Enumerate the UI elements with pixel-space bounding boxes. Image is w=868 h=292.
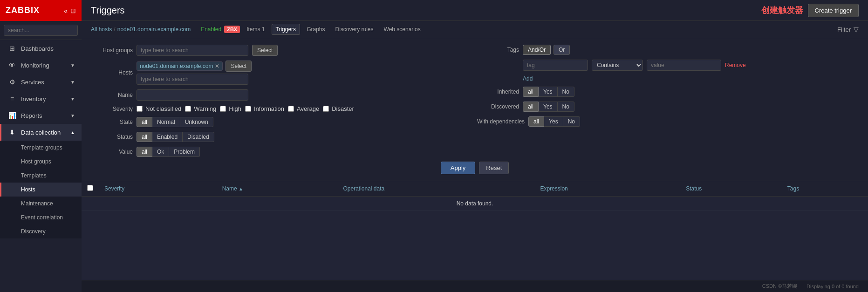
tab-graphs[interactable]: Graphs	[303, 24, 328, 34]
status-all-button[interactable]: all	[137, 132, 152, 142]
footer-bar: CSDN ©马若碗 Displaying 0 of 0 found	[82, 280, 868, 292]
apply-button[interactable]: Apply	[441, 162, 476, 174]
current-host-link[interactable]: node01.domain.example.com	[117, 26, 191, 33]
sidebar-item-template-groups[interactable]: Template groups	[0, 141, 82, 155]
name-input[interactable]	[137, 89, 248, 101]
filter-button[interactable]: Filter ▽	[837, 26, 859, 33]
severity-high-checkbox[interactable]	[220, 106, 226, 112]
sidebar-item-label: Services	[21, 79, 44, 86]
sidebar-item-templates[interactable]: Templates	[0, 169, 82, 183]
tag-remove-link[interactable]: Remove	[725, 62, 746, 68]
no-data-message: No data found.	[82, 197, 868, 211]
tag-input[interactable]	[523, 60, 588, 71]
status-enabled-button[interactable]: Enabled	[152, 132, 183, 142]
operational-data-column-header: Operational data	[338, 181, 535, 197]
create-trigger-button[interactable]: Create trigger	[808, 4, 859, 17]
inherited-all-button[interactable]: all	[523, 87, 539, 97]
host-groups-select-button[interactable]: Select	[252, 45, 278, 56]
tab-web-scenarios[interactable]: Web scenarios	[380, 24, 424, 34]
name-column-header[interactable]: Name ▲	[217, 181, 338, 197]
with-dependencies-all-button[interactable]: all	[528, 116, 544, 127]
tab-items[interactable]: Items 1	[243, 24, 268, 34]
expand-icon[interactable]: ⊡	[70, 7, 76, 14]
sidebar-item-maintenance[interactable]: Maintenance	[0, 197, 82, 211]
reports-icon: 📊	[8, 112, 16, 119]
sidebar-item-host-groups[interactable]: Host groups	[0, 155, 82, 169]
tags-label: Tags	[477, 47, 519, 53]
tab-triggers[interactable]: Triggers	[272, 24, 301, 35]
reset-button[interactable]: Reset	[479, 162, 509, 174]
value-problem-button[interactable]: Problem	[169, 147, 200, 157]
sidebar-item-label: Monitoring	[21, 62, 49, 69]
inherited-yes-button[interactable]: Yes	[539, 87, 558, 97]
sidebar-item-event-correlation[interactable]: Event correlation	[0, 211, 82, 224]
collapse-icon[interactable]: «	[64, 7, 68, 14]
value-label: Value	[91, 149, 133, 155]
sidebar-item-dashboards[interactable]: ⊞ Dashboards	[0, 40, 82, 57]
sidebar-item-discovery[interactable]: Discovery	[0, 224, 82, 238]
tag-add-link[interactable]: Add	[523, 75, 533, 82]
sidebar-item-services[interactable]: ⚙ Services ▼	[0, 74, 82, 90]
sidebar-item-reports[interactable]: 📊 Reports ▼	[0, 107, 82, 124]
select-all-checkbox[interactable]	[87, 185, 93, 191]
severity-warning[interactable]: Warning	[185, 105, 216, 112]
hosts-input-wrap: node01.domain.example.com ✕ Select	[137, 61, 252, 85]
discovered-no-button[interactable]: No	[558, 102, 574, 112]
severity-warning-checkbox[interactable]	[185, 106, 191, 112]
sidebar-item-inventory[interactable]: ≡ Inventory ▼	[0, 90, 82, 107]
tag-contains-select[interactable]: Contains	[592, 60, 643, 71]
chinese-label: 创建触发器	[761, 5, 803, 16]
host-tag-value: node01.domain.example.com	[140, 63, 213, 69]
severity-disaster-checkbox[interactable]	[323, 106, 329, 112]
severity-column-header: Severity	[99, 181, 217, 197]
tags-and-or-group: And/Or Or	[523, 45, 570, 55]
severity-average[interactable]: Average	[288, 105, 319, 112]
state-unknown-button[interactable]: Unknown	[180, 117, 213, 127]
tags-row: Tags And/Or Or	[477, 45, 859, 55]
table-checkbox-header	[82, 181, 99, 197]
sidebar-item-data-collection[interactable]: ⬇ Data collection ▲	[0, 124, 82, 141]
state-all-button[interactable]: all	[137, 117, 152, 127]
severity-not-classified-checkbox[interactable]	[137, 106, 143, 112]
severity-not-classified[interactable]: Not classified	[137, 105, 181, 112]
status-disabled-button[interactable]: Disabled	[183, 132, 214, 142]
logo-text: ZABBIX	[6, 6, 40, 15]
tags-or-button[interactable]: Or	[554, 45, 570, 55]
with-dependencies-yes-button[interactable]: Yes	[544, 116, 563, 127]
tag-value-input[interactable]	[647, 60, 721, 71]
state-normal-button[interactable]: Normal	[152, 117, 180, 127]
name-label: Name	[91, 92, 133, 98]
discovered-all-button[interactable]: all	[523, 102, 539, 112]
severity-checkboxes: Not classified Warning High Informa	[137, 105, 354, 112]
tags-and-or-button[interactable]: And/Or	[523, 45, 551, 55]
sidebar-item-hosts[interactable]: Hosts	[0, 183, 82, 197]
severity-disaster[interactable]: Disaster	[323, 105, 354, 112]
severity-information[interactable]: Information	[245, 105, 284, 112]
page-title: Triggers	[91, 5, 125, 16]
value-all-button[interactable]: all	[137, 147, 152, 157]
severity-average-checkbox[interactable]	[288, 106, 294, 112]
value-segment-group: all Ok Problem	[137, 147, 200, 157]
hosts-select-button[interactable]: Select	[226, 61, 251, 72]
host-groups-label: Host groups	[91, 47, 133, 54]
tab-discovery-rules[interactable]: Discovery rules	[331, 24, 377, 34]
host-groups-input[interactable]	[137, 45, 248, 56]
table-no-data-row: No data found.	[82, 197, 868, 211]
severity-high[interactable]: High	[220, 105, 241, 112]
with-dependencies-segment-group: all Yes No	[528, 116, 580, 127]
hosts-search-input[interactable]	[137, 74, 248, 85]
severity-information-checkbox[interactable]	[245, 106, 251, 112]
host-tag-remove-icon[interactable]: ✕	[215, 63, 219, 69]
zbx-badge: ZBX	[224, 26, 240, 33]
value-ok-button[interactable]: Ok	[152, 147, 169, 157]
sidebar-search-area	[0, 21, 82, 40]
status-row: Status all Enabled Disabled	[91, 132, 472, 142]
sidebar-item-label: Reports	[21, 112, 42, 119]
all-hosts-link[interactable]: All hosts	[91, 26, 112, 33]
sidebar-item-monitoring[interactable]: 👁 Monitoring ▼	[0, 57, 82, 74]
with-dependencies-no-button[interactable]: No	[563, 116, 580, 127]
filter-grid: Host groups Select Hosts node01.domain.e…	[91, 45, 859, 157]
sidebar-search-input[interactable]	[4, 25, 78, 36]
inherited-no-button[interactable]: No	[558, 87, 574, 97]
discovered-yes-button[interactable]: Yes	[539, 102, 558, 112]
